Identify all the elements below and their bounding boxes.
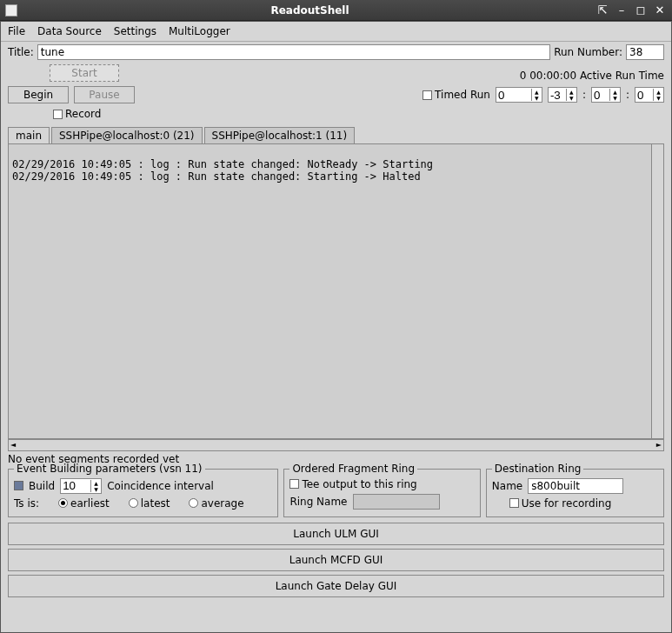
panel-legend: Ordered Fragment Ring xyxy=(289,463,417,475)
build-checkbox[interactable] xyxy=(14,481,23,490)
event-building-panel: Event Building parameters (vsn 11) Build… xyxy=(8,469,278,517)
spinner-arrows-icon[interactable]: ▲▼ xyxy=(90,480,101,492)
checkbox-icon xyxy=(509,498,519,508)
panel-legend: Destination Ring xyxy=(492,463,584,475)
window-titlebar: ReadoutShell ⇱ – ◻ ✕ xyxy=(0,0,672,21)
active-run-time-value: 0 00:00:00 xyxy=(520,70,576,82)
menu-data-source[interactable]: Data Source xyxy=(37,25,102,37)
run-number-input[interactable] xyxy=(626,44,664,60)
launch-buttons: Launch ULM GUI Launch MCFD GUI Launch Ga… xyxy=(1,519,671,601)
tee-output-checkbox[interactable]: Tee output to this ring xyxy=(289,478,416,490)
ring-name-input[interactable] xyxy=(353,494,440,510)
radio-off-icon xyxy=(189,498,198,508)
build-spinner[interactable]: ▲▼ xyxy=(60,478,102,494)
dest-name-label: Name xyxy=(492,480,522,492)
ts-label: Ts is: xyxy=(14,497,39,510)
active-run-time-label: Active Run Time xyxy=(580,70,664,82)
start-button[interactable]: Start xyxy=(50,64,119,82)
timed-run-hours[interactable]: ▲▼ xyxy=(496,87,542,103)
menu-file[interactable]: File xyxy=(8,25,25,37)
timed-run-label: Timed Run xyxy=(435,89,490,101)
scrollbar-horizontal[interactable]: ◄ ► xyxy=(8,439,664,451)
checkbox-icon xyxy=(289,479,299,489)
checkbox-icon xyxy=(53,110,63,119)
panels-row: Event Building parameters (vsn 11) Build… xyxy=(1,467,671,519)
record-row: Record xyxy=(1,106,671,125)
launch-ulm-button[interactable]: Launch ULM GUI xyxy=(8,523,664,545)
maximize-icon[interactable]: ◻ xyxy=(634,3,648,17)
start-row: Start 0 00:00:00 Active Run Time xyxy=(1,63,671,83)
radio-on-icon xyxy=(58,498,68,508)
ts-latest-radio[interactable]: latest xyxy=(129,497,170,510)
dest-name-input[interactable] xyxy=(528,478,623,494)
tab-sshpipe-1[interactable]: SSHPipe@localhost:1 (11) xyxy=(204,127,356,143)
chevron-left-icon[interactable]: ◄ xyxy=(9,441,17,449)
launch-gate-delay-button[interactable]: Launch Gate Delay GUI xyxy=(8,575,664,597)
begin-button[interactable]: Begin xyxy=(8,86,69,103)
app-window: File Data Source Settings MultiLogger Ti… xyxy=(0,21,672,633)
coincidence-label: Coincidence interval xyxy=(107,480,214,492)
title-row: Title: Run Number: xyxy=(1,42,671,63)
menu-multilogger[interactable]: MultiLogger xyxy=(169,25,230,37)
log-line: 02/29/2016 10:49:05 : log : Run state ch… xyxy=(12,170,421,183)
ring-name-label: Ring Name xyxy=(289,496,347,508)
title-input[interactable] xyxy=(37,44,550,60)
window-icon xyxy=(5,4,17,17)
build-label: Build xyxy=(29,480,55,492)
destination-ring-panel: Destination Ring Name Use for recording xyxy=(486,469,664,517)
log-line: 02/29/2016 10:49:05 : log : Run state ch… xyxy=(12,158,433,170)
timed-run-min[interactable]: ▲▼ xyxy=(548,87,577,103)
checkbox-icon xyxy=(422,90,432,100)
control-row: Begin Pause Timed Run ▲▼ ▲▼ : ▲▼ : xyxy=(1,83,671,106)
scrollbar-vertical[interactable] xyxy=(651,144,663,438)
use-for-recording-checkbox[interactable]: Use for recording xyxy=(509,497,611,510)
timed-run-sec2[interactable]: ▲▼ xyxy=(635,87,664,103)
spinner-arrows-icon[interactable]: ▲▼ xyxy=(531,89,542,101)
radio-off-icon xyxy=(129,498,138,508)
minimize-icon[interactable]: – xyxy=(615,3,629,17)
close-icon[interactable]: ✕ xyxy=(653,3,667,17)
timed-run-checkbox[interactable]: Timed Run xyxy=(422,89,490,101)
window-title: ReadoutShell xyxy=(24,4,595,17)
window-controls: ⇱ – ◻ ✕ xyxy=(595,3,667,17)
ts-earliest-radio[interactable]: earliest xyxy=(58,497,110,510)
menu-settings[interactable]: Settings xyxy=(114,25,156,37)
tab-sshpipe-0[interactable]: SSHPipe@localhost:0 (21) xyxy=(51,127,203,143)
menubar: File Data Source Settings MultiLogger xyxy=(1,22,671,42)
ordered-fragment-ring-panel: Ordered Fragment Ring Tee output to this… xyxy=(283,469,480,517)
record-checkbox[interactable]: Record xyxy=(53,108,101,120)
run-number-label: Run Number: xyxy=(554,46,622,58)
record-label: Record xyxy=(65,108,101,120)
pause-button[interactable]: Pause xyxy=(74,86,135,103)
launch-mcfd-button[interactable]: Launch MCFD GUI xyxy=(8,549,664,571)
pin-icon[interactable]: ⇱ xyxy=(595,3,609,17)
ts-average-radio[interactable]: average xyxy=(189,497,243,510)
log-area: 02/29/2016 10:49:05 : log : Run state ch… xyxy=(8,143,664,439)
spinner-arrows-icon[interactable]: ▲▼ xyxy=(609,89,620,101)
tabbar: main SSHPipe@localhost:0 (21) SSHPipe@lo… xyxy=(1,127,671,143)
title-label: Title: xyxy=(8,46,34,58)
panel-legend: Event Building parameters (vsn 11) xyxy=(14,463,205,475)
chevron-right-icon[interactable]: ► xyxy=(655,441,663,449)
spinner-arrows-icon[interactable]: ▲▼ xyxy=(566,89,576,101)
spinner-arrows-icon[interactable]: ▲▼ xyxy=(653,89,663,101)
timed-run-sec1[interactable]: ▲▼ xyxy=(591,87,621,103)
tab-main[interactable]: main xyxy=(8,127,50,143)
